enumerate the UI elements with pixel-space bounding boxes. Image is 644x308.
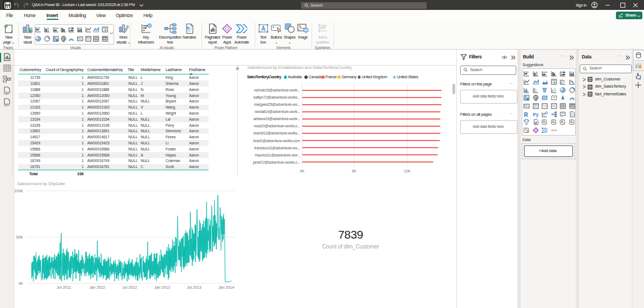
svg-text:R: R [524,111,528,117]
svg-text:Py: Py [533,112,539,117]
